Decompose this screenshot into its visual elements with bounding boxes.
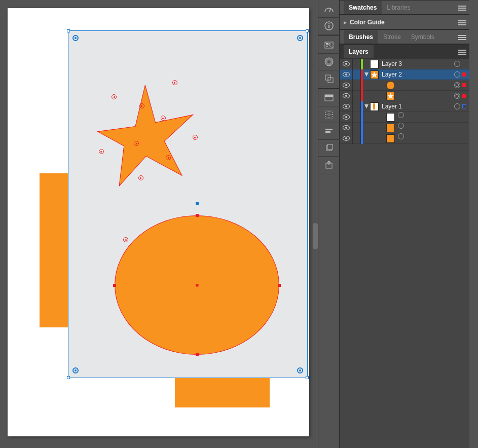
gauge-icon[interactable] (318, 1, 340, 18)
layer-row[interactable]: Layer 3 (340, 59, 469, 69)
lock-column[interactable] (353, 91, 361, 101)
canvas-area[interactable] (0, 0, 318, 448)
panel-menu-icon[interactable] (458, 49, 466, 55)
eye-icon (343, 72, 350, 77)
export-icon[interactable] (318, 157, 340, 173)
transform-icon[interactable] (318, 140, 340, 157)
selection-indicator[interactable] (462, 62, 466, 66)
target-icon[interactable] (454, 103, 460, 109)
swatches-icon[interactable] (318, 37, 340, 54)
rectangle-shape[interactable] (40, 173, 70, 327)
anchor-point[interactable] (139, 103, 144, 108)
lock-column[interactable] (353, 80, 361, 91)
anchor-point[interactable] (99, 149, 104, 154)
layer-name[interactable]: Layer 1 (382, 103, 454, 110)
rotate-handle[interactable] (297, 35, 303, 41)
target-icon[interactable] (454, 93, 460, 99)
visibility-toggle[interactable] (340, 101, 353, 112)
anchor-point[interactable] (166, 155, 171, 160)
panel-menu-icon[interactable] (458, 34, 466, 40)
selection-indicator[interactable] (462, 104, 466, 108)
target-icon[interactable] (398, 133, 404, 139)
selection-handle[interactable] (67, 376, 70, 379)
selection-indicator[interactable] (462, 72, 466, 77)
anchor-point[interactable] (113, 284, 116, 287)
target-icon[interactable] (454, 82, 460, 88)
anchor-point[interactable] (278, 284, 281, 287)
lock-column[interactable] (353, 69, 361, 80)
lock-column[interactable] (353, 112, 361, 123)
layer-name[interactable] (398, 123, 469, 133)
rotate-handle[interactable] (297, 367, 303, 374)
disclosure-toggle[interactable] (363, 104, 370, 108)
lock-column[interactable] (353, 101, 361, 112)
anchor-point[interactable] (134, 141, 139, 146)
tab-libraries[interactable]: Libraries (382, 1, 415, 14)
lock-column[interactable] (353, 133, 361, 144)
shape-builder-icon[interactable] (318, 70, 340, 87)
selection-indicator[interactable] (398, 139, 402, 143)
panel-menu-icon[interactable] (458, 5, 466, 11)
target-icon[interactable] (454, 61, 460, 67)
anchor-point[interactable] (193, 135, 198, 140)
visibility-toggle[interactable] (340, 133, 353, 144)
visibility-toggle[interactable] (340, 123, 353, 133)
tab-stroke[interactable]: Stroke (378, 30, 406, 44)
center-point[interactable] (196, 284, 199, 287)
layer-row[interactable]: Layer 2 (340, 69, 469, 80)
selection-handle[interactable] (306, 376, 309, 379)
selection-handle[interactable] (306, 29, 309, 32)
layer-item-row[interactable] (340, 80, 469, 91)
align-icon[interactable] (318, 123, 340, 140)
lock-column[interactable] (353, 123, 361, 133)
layer-name[interactable] (398, 133, 469, 143)
scrollbar-thumb[interactable] (313, 223, 318, 249)
anchor-point[interactable] (123, 237, 128, 242)
anchor-point[interactable] (172, 80, 177, 85)
target-icon[interactable] (398, 112, 404, 118)
lock-column[interactable] (353, 59, 361, 69)
layer-name[interactable]: Layer 3 (382, 60, 454, 67)
grid-icon[interactable] (318, 106, 340, 123)
anchor-point[interactable] (196, 353, 199, 356)
tab-brushes[interactable]: Brushes (344, 30, 378, 44)
panel-menu-icon[interactable] (458, 19, 466, 25)
anchor-point[interactable] (138, 175, 143, 180)
layer-name[interactable]: Layer 2 (382, 71, 454, 78)
layer-item-row[interactable] (340, 133, 469, 144)
target-icon[interactable] (454, 71, 460, 78)
visibility-toggle[interactable] (340, 112, 353, 123)
visibility-toggle[interactable] (340, 69, 353, 80)
star-shape[interactable] (93, 83, 199, 184)
info-icon[interactable] (318, 18, 340, 34)
color-guide-header[interactable]: ▸ Color Guide (340, 15, 469, 29)
selection-handle[interactable] (196, 202, 199, 205)
visibility-toggle[interactable] (340, 80, 353, 91)
disclosure-toggle[interactable] (363, 72, 370, 77)
tab-swatches[interactable]: Swatches (344, 1, 382, 14)
target-icon[interactable] (398, 123, 404, 129)
tab-layers[interactable]: Layers (344, 45, 374, 58)
selection-indicator[interactable] (398, 118, 402, 122)
rectangle-shape[interactable] (175, 377, 270, 407)
anchor-point[interactable] (161, 116, 166, 121)
tab-symbols[interactable]: Symbols (406, 30, 439, 44)
visibility-toggle[interactable] (340, 59, 353, 69)
selection-indicator[interactable] (462, 83, 466, 87)
brush-icon[interactable] (318, 90, 340, 106)
anchor-point[interactable] (112, 94, 117, 99)
layer-item-row[interactable] (340, 91, 469, 101)
anchor-point[interactable] (196, 214, 199, 217)
selection-indicator[interactable] (462, 94, 466, 98)
layer-item-row[interactable] (340, 112, 469, 123)
artboard[interactable] (8, 8, 309, 436)
visibility-toggle[interactable] (340, 91, 353, 101)
rotate-handle[interactable] (72, 35, 79, 41)
layer-name[interactable] (398, 112, 469, 122)
selection-indicator[interactable] (398, 129, 402, 133)
color-guide-icon[interactable] (318, 54, 340, 70)
layer-row[interactable]: Layer 1 (340, 101, 469, 112)
layer-item-row[interactable] (340, 123, 469, 133)
rotate-handle[interactable] (72, 367, 79, 374)
selection-handle[interactable] (67, 29, 70, 32)
